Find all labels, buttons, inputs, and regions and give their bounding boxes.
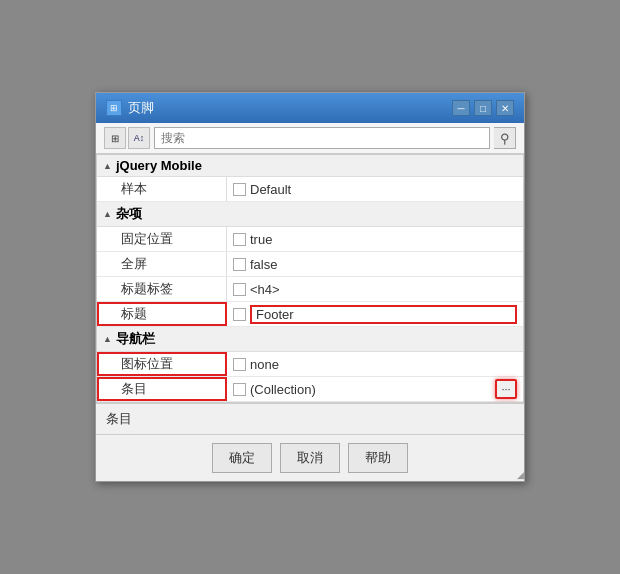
maximize-button[interactable]: □: [474, 100, 492, 116]
prop-row-sample: 样本 Default: [97, 177, 523, 202]
prop-value-items: (Collection): [250, 382, 491, 397]
prop-value-fullscreen: false: [250, 257, 517, 272]
prop-val-area-items: (Collection) ···: [227, 377, 523, 401]
prop-value-fixed-position: true: [250, 232, 517, 247]
grid-icon-button[interactable]: ⊞: [104, 127, 126, 149]
group-header-misc: ▲ 杂项: [97, 202, 523, 227]
prop-checkbox-title[interactable]: [233, 308, 246, 321]
prop-row-items: 条目 (Collection) ···: [97, 377, 523, 402]
toolbar: ⊞ A↕ ⚲: [96, 123, 524, 154]
prop-row-icon-position: 图标位置 none: [97, 352, 523, 377]
prop-val-area-fullscreen: false: [227, 255, 523, 274]
prop-row-title: 标题 Footer: [97, 302, 523, 327]
group-header-navbar: ▲ 导航栏: [97, 327, 523, 352]
collapse-arrow-navbar[interactable]: ▲: [103, 334, 112, 344]
title-bar-left: ⊞ 页脚: [106, 99, 154, 117]
prop-value-sample: Default: [250, 182, 517, 197]
resize-handle[interactable]: ◢: [514, 471, 524, 481]
prop-checkbox-title-tag[interactable]: [233, 283, 246, 296]
prop-val-area-icon-position: none: [227, 355, 523, 374]
bottom-label-area: 条目: [96, 403, 524, 434]
cancel-button[interactable]: 取消: [280, 443, 340, 473]
group-header-jquery-mobile: ▲ jQuery Mobile: [97, 155, 523, 177]
prop-checkbox-fixed-position[interactable]: [233, 233, 246, 246]
prop-value-title-tag: <h4>: [250, 282, 517, 297]
prop-checkbox-items[interactable]: [233, 383, 246, 396]
toolbar-icons: ⊞ A↕: [104, 127, 150, 149]
collapse-arrow-jquery-mobile[interactable]: ▲: [103, 161, 112, 171]
prop-row-fixed-position: 固定位置 true: [97, 227, 523, 252]
close-button[interactable]: ✕: [496, 100, 514, 116]
title-icon: ⊞: [106, 100, 122, 116]
prop-name-title-tag: 标题标签: [97, 277, 227, 301]
group-label-misc: 杂项: [116, 205, 142, 223]
prop-checkbox-sample[interactable]: [233, 183, 246, 196]
prop-val-area-fixed-position: true: [227, 230, 523, 249]
collapse-arrow-misc[interactable]: ▲: [103, 209, 112, 219]
prop-value-title[interactable]: Footer: [250, 305, 517, 324]
prop-checkbox-icon-position[interactable]: [233, 358, 246, 371]
group-label-navbar: 导航栏: [116, 330, 155, 348]
help-button[interactable]: 帮助: [348, 443, 408, 473]
prop-row-fullscreen: 全屏 false: [97, 252, 523, 277]
prop-checkbox-fullscreen[interactable]: [233, 258, 246, 271]
ellipsis-button-items[interactable]: ···: [495, 379, 517, 399]
prop-val-area-title: Footer: [227, 303, 523, 326]
title-bar: ⊞ 页脚 ─ □ ✕: [96, 93, 524, 123]
dialog: ⊞ 页脚 ─ □ ✕ ⊞ A↕ ⚲ ▲ jQuery Mobile 样本 Def…: [95, 92, 525, 482]
prop-val-area-sample: Default: [227, 180, 523, 199]
search-input[interactable]: [154, 127, 490, 149]
prop-name-title: 标题: [97, 302, 227, 326]
prop-name-sample: 样本: [97, 177, 227, 201]
prop-name-items: 条目: [97, 377, 227, 401]
properties-area: ▲ jQuery Mobile 样本 Default ▲ 杂项 固定位置 tru…: [96, 154, 524, 403]
bottom-label: 条目: [106, 411, 132, 426]
ok-button[interactable]: 确定: [212, 443, 272, 473]
prop-value-icon-position: none: [250, 357, 517, 372]
title-controls: ─ □ ✕: [452, 100, 514, 116]
prop-name-fullscreen: 全屏: [97, 252, 227, 276]
prop-name-icon-position: 图标位置: [97, 352, 227, 376]
prop-name-fixed-position: 固定位置: [97, 227, 227, 251]
prop-val-area-title-tag: <h4>: [227, 280, 523, 299]
dialog-title: 页脚: [128, 99, 154, 117]
footer-buttons: 确定 取消 帮助 ◢: [96, 434, 524, 481]
prop-row-title-tag: 标题标签 <h4>: [97, 277, 523, 302]
search-button[interactable]: ⚲: [494, 127, 516, 149]
sort-icon-button[interactable]: A↕: [128, 127, 150, 149]
minimize-button[interactable]: ─: [452, 100, 470, 116]
group-label-jquery-mobile: jQuery Mobile: [116, 158, 202, 173]
